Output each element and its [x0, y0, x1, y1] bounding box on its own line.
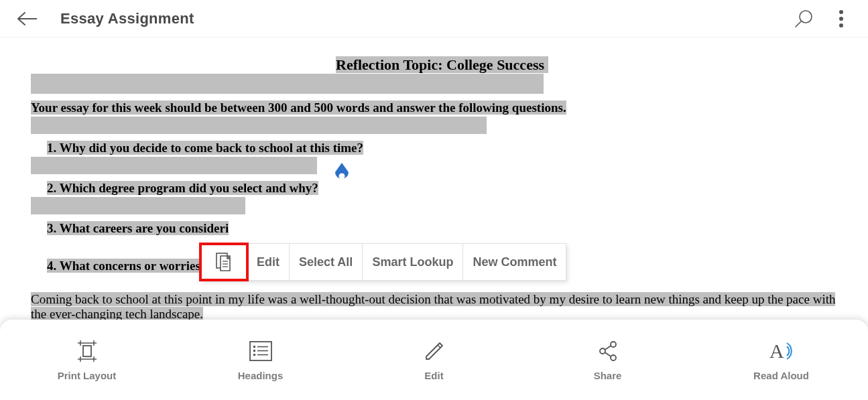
doc-question-1: 1. Why did you decide to come back to sc… [31, 139, 837, 157]
back-arrow-icon [17, 11, 37, 26]
selection-spacer [31, 74, 544, 94]
print-layout-icon [74, 339, 101, 363]
svg-rect-16 [83, 346, 91, 356]
search-icon [794, 9, 814, 29]
bottom-toolbar: Print Layout Headings Edit [0, 320, 868, 400]
copy-icon [212, 251, 235, 273]
doc-question-3: 3. What careers are you consideri [31, 220, 837, 237]
back-button[interactable] [13, 5, 40, 32]
svg-point-2 [839, 10, 843, 14]
svg-line-29 [605, 352, 611, 356]
svg-line-1 [796, 21, 801, 27]
selection-spacer [31, 197, 245, 214]
share-label: Share [594, 370, 622, 381]
edit-button[interactable]: Edit [347, 320, 521, 400]
page-title: Essay Assignment [60, 10, 780, 27]
headings-button[interactable]: Headings [174, 320, 347, 400]
doc-heading: Reflection Topic: College Success [336, 56, 548, 73]
share-icon [596, 339, 620, 363]
headings-label: Headings [238, 370, 284, 381]
print-layout-label: Print Layout [58, 370, 117, 381]
svg-line-24 [438, 345, 440, 348]
select-all-menu-item[interactable]: Select All [290, 244, 363, 280]
doc-heading-line: Reflection Topic: College Success [31, 56, 837, 74]
share-button[interactable]: Share [521, 320, 694, 400]
read-aloud-label: Read Aloud [753, 370, 809, 381]
svg-text:A: A [769, 340, 784, 362]
svg-point-0 [800, 11, 812, 23]
svg-rect-22 [253, 354, 255, 356]
read-aloud-icon: A [767, 339, 796, 363]
svg-rect-18 [253, 346, 255, 348]
svg-point-4 [839, 23, 843, 27]
copy-button[interactable] [200, 244, 247, 280]
svg-point-27 [611, 355, 616, 360]
more-vertical-icon [839, 9, 844, 28]
doc-intro: Your essay for this week should be betwe… [31, 99, 837, 117]
svg-point-26 [600, 348, 605, 354]
edit-menu-item[interactable]: Edit [247, 244, 290, 280]
selection-spacer [31, 117, 487, 134]
read-aloud-button[interactable]: A Read Aloud [694, 320, 868, 400]
doc-question-2: 2. Which degree program did you select a… [31, 180, 837, 197]
svg-point-25 [611, 342, 616, 347]
selection-spacer [31, 157, 317, 174]
svg-line-28 [605, 346, 611, 350]
top-bar: Essay Assignment [0, 0, 868, 38]
svg-point-3 [839, 17, 843, 21]
headings-icon [247, 340, 274, 362]
edit-label: Edit [424, 370, 443, 381]
context-menu: Edit Select All Smart Lookup New Comment [200, 243, 566, 281]
new-comment-menu-item[interactable]: New Comment [463, 244, 566, 280]
doc-body-1: Coming back to school at this point in m… [31, 292, 837, 320]
svg-rect-20 [253, 350, 255, 352]
pencil-icon [422, 339, 446, 363]
more-button[interactable] [828, 5, 855, 32]
smart-lookup-menu-item[interactable]: Smart Lookup [363, 244, 463, 280]
print-layout-button[interactable]: Print Layout [0, 320, 174, 400]
document-area[interactable]: Reflection Topic: College Success Your e… [0, 38, 868, 320]
search-button[interactable] [790, 5, 817, 32]
